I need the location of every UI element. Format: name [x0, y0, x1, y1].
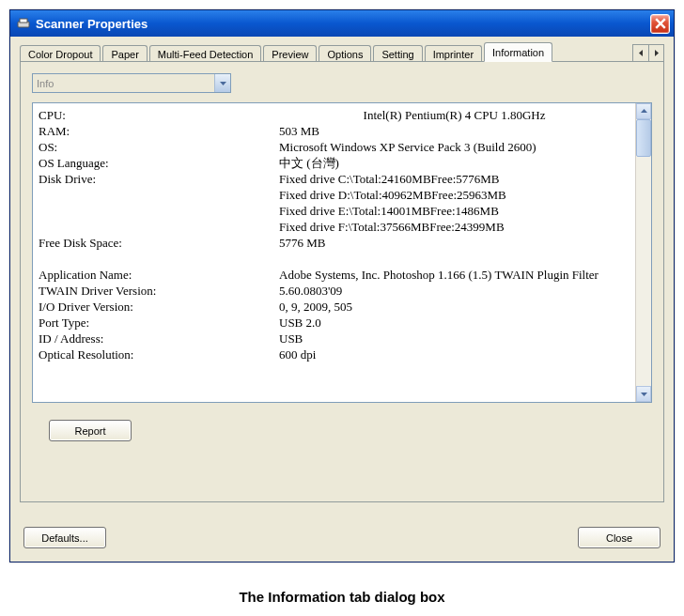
tabstrip: Color Dropout Paper Multi-Feed Detection… — [20, 42, 664, 62]
os-language-label: OS Language: — [39, 155, 279, 171]
id-address-value: USB — [279, 331, 630, 346]
twain-version-value: 5.60.0803'09 — [279, 283, 630, 299]
tab-information[interactable]: Information — [484, 42, 552, 62]
ram-value: 503 MB — [279, 123, 630, 139]
ram-label: RAM: — [39, 123, 279, 139]
report-button[interactable]: Report — [49, 420, 132, 441]
app-name-value: Adobe Systems, Inc. Photoshop 1.166 (1.5… — [279, 267, 630, 283]
app-name-label: Application Name: — [39, 267, 279, 283]
close-icon[interactable] — [650, 14, 670, 34]
cpu-value: Intel(R) Pentium(R) 4 CPU 1.80GHz — [279, 107, 630, 123]
defaults-button[interactable]: Defaults... — [23, 527, 106, 548]
client-area: Color Dropout Paper Multi-Feed Detection… — [10, 37, 674, 562]
scroll-track[interactable] — [636, 119, 651, 386]
os-value: Microsoft Windows XP Service Pack 3 (Bui… — [279, 139, 630, 155]
window-title: Scanner Properties — [36, 17, 650, 31]
io-version-value: 0, 9, 2009, 505 — [279, 299, 630, 315]
info-content: CPU:Intel(R) Pentium(R) 4 CPU 1.80GHz RA… — [33, 103, 635, 402]
cpu-label: CPU: — [39, 107, 279, 123]
tab-scroll-left[interactable] — [633, 45, 648, 61]
twain-version-label: TWAIN Driver Version: — [39, 283, 279, 299]
disk-d-value: Fixed drive D:\Total:40962MBFree:25963MB — [279, 187, 630, 203]
port-type-value: USB 2.0 — [279, 315, 630, 331]
disk-e-value: Fixed drive E:\Total:14001MBFree:1486MB — [279, 203, 630, 219]
vertical-scrollbar[interactable] — [635, 103, 651, 402]
disk-f-value: Fixed drive F:\Total:37566MBFree:24399MB — [279, 219, 630, 235]
tab-scroll — [632, 44, 664, 62]
chevron-down-icon — [214, 74, 230, 92]
optical-resolution-label: Optical Resolution: — [39, 346, 279, 362]
io-version-label: I/O Driver Version: — [39, 299, 279, 315]
scroll-thumb[interactable] — [636, 119, 651, 157]
close-button[interactable]: Close — [578, 527, 661, 548]
dropdown-selected: Info — [33, 78, 214, 89]
info-listbox: CPU:Intel(R) Pentium(R) 4 CPU 1.80GHz RA… — [32, 102, 652, 403]
tab-panel-information: Info CPU:Intel(R) Pentium(R) 4 CPU 1.80G… — [20, 61, 664, 502]
port-type-label: Port Type: — [39, 315, 279, 331]
scanner-properties-window: Scanner Properties Color Dropout Paper M… — [9, 9, 675, 562]
tab-scroll-right[interactable] — [648, 45, 663, 61]
id-address-label: ID / Address: — [39, 331, 279, 346]
scroll-up-icon[interactable] — [636, 103, 651, 119]
disk-c-value: Fixed drive C:\Total:24160MBFree:5776MB — [279, 171, 630, 187]
free-disk-label: Free Disk Space: — [39, 235, 279, 251]
scroll-down-icon[interactable] — [636, 386, 651, 402]
os-language-value: 中文 (台灣) — [279, 155, 630, 171]
os-label: OS: — [39, 139, 279, 155]
svg-rect-1 — [20, 19, 27, 23]
free-disk-value: 5776 MB — [279, 235, 630, 251]
optical-resolution-value: 600 dpi — [279, 346, 630, 362]
info-category-dropdown[interactable]: Info — [32, 73, 231, 93]
scanner-icon — [16, 16, 31, 31]
titlebar: Scanner Properties — [10, 10, 674, 37]
disk-drive-label: Disk Drive: — [39, 171, 279, 187]
figure-caption: The Information tab dialog box — [9, 589, 675, 605]
